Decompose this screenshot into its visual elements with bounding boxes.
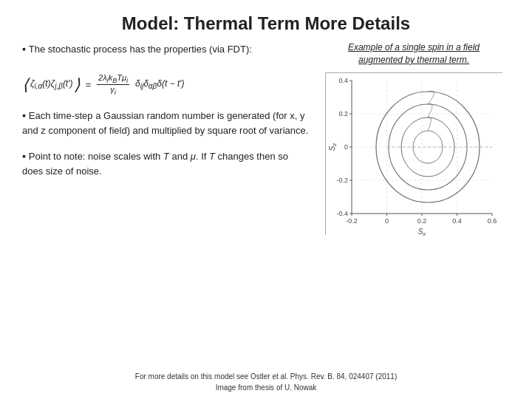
svg-text:0.4: 0.4	[452, 217, 462, 225]
svg-text:-0.4: -0.4	[336, 210, 348, 217]
langle: ⟨	[22, 77, 29, 93]
formula-lhs: ζi,α(t)ζj,β(t′)	[30, 78, 72, 90]
plot-caption: Example of a single spin in a field augm…	[348, 41, 480, 66]
bullet3: Point to note: noise scales with T and μ…	[22, 149, 310, 179]
svg-text:0.2: 0.2	[338, 110, 348, 117]
page-title: Model: Thermal Term More Details	[0, 0, 532, 41]
delta-terms: δijδαβδ(t − t′)	[135, 78, 184, 90]
spin-plot: 0.4 0.2 0 -0.2 -0.4 -0.2 0 0.2 0.4 0.6 S…	[325, 72, 502, 235]
footer-line1: For more details on this model see Ostle…	[135, 372, 397, 381]
equals: =	[85, 79, 91, 90]
main-content: The stochastic process has the propertie…	[0, 41, 532, 235]
fraction: 2λikBTμi γi	[97, 73, 129, 96]
rangle: ⟩	[74, 77, 81, 93]
numerator: 2λikBTμi	[97, 73, 129, 85]
formula: ⟨ ζi,α(t)ζj,β(t′) ⟩ = 2λikBTμi γi δijδαβ…	[22, 73, 185, 96]
svg-text:0.4: 0.4	[338, 77, 348, 84]
svg-text:0: 0	[344, 143, 348, 151]
svg-text:-0.2: -0.2	[336, 177, 348, 184]
svg-text:0.6: 0.6	[488, 217, 497, 225]
caption-line2: augmented by thermal term.	[358, 55, 469, 65]
denominator: γi	[109, 85, 117, 96]
right-column: Example of a single spin in a field augm…	[318, 41, 510, 235]
left-column: The stochastic process has the propertie…	[22, 41, 310, 235]
footer-line2: Image from thesis of U. Nowak	[216, 383, 317, 392]
footer: For more details on this model see Ostle…	[0, 371, 532, 393]
caption-line1: Example of a single spin in a field	[348, 42, 480, 52]
svg-text:0.2: 0.2	[417, 217, 427, 225]
bullet1: The stochastic process has the propertie…	[22, 41, 310, 57]
svg-text:-0.2: -0.2	[346, 217, 358, 225]
svg-text:0: 0	[385, 217, 389, 225]
plot-svg: 0.4 0.2 0 -0.2 -0.4 -0.2 0 0.2 0.4 0.6 S…	[326, 73, 503, 236]
formula-area: ⟨ ζi,α(t)ζj,β(t′) ⟩ = 2λikBTμi γi δijδαβ…	[22, 73, 310, 96]
bullet2: Each time-step a Gaussian random number …	[22, 108, 310, 138]
